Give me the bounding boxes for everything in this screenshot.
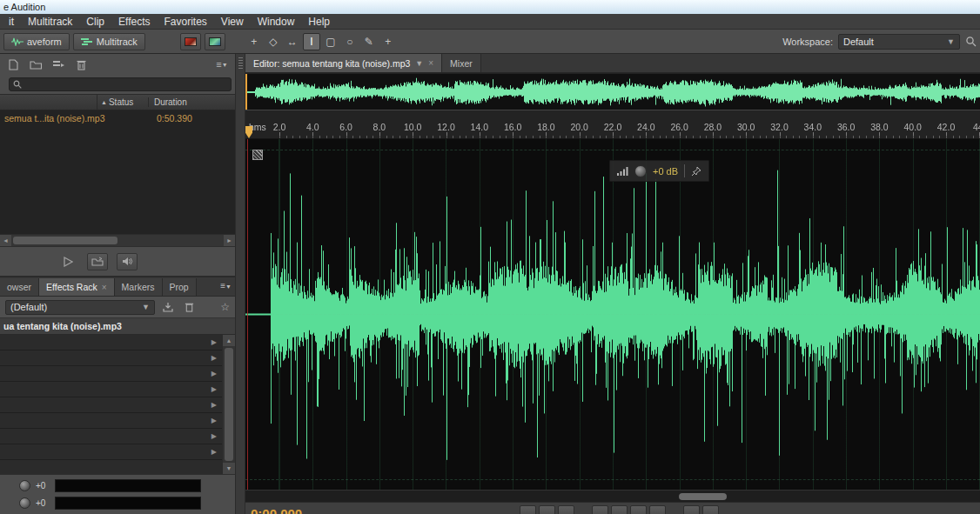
move-tool[interactable]: +	[245, 33, 263, 50]
panel-menu-icon[interactable]: ≡▼	[220, 281, 232, 290]
level-meter[interactable]	[55, 497, 201, 510]
menu-item-favorites[interactable]: Favorites	[157, 14, 213, 30]
time-selection-tool[interactable]: I	[303, 33, 320, 50]
insert-into-multitrack-icon[interactable]	[50, 57, 66, 71]
spectral-pitch-display-button[interactable]	[205, 33, 225, 50]
effect-slot-6[interactable]: ▶	[0, 413, 222, 429]
files-scroll-track[interactable]	[11, 235, 224, 246]
tab-effects-rack[interactable]: Effects Rack×	[39, 278, 115, 296]
menu-item-window[interactable]: Window	[251, 14, 302, 30]
tab-prop[interactable]: Prop	[163, 278, 197, 296]
preview-play-button[interactable]	[57, 253, 78, 270]
effect-slot-1[interactable]: ▶	[0, 335, 222, 350]
menu-item-multitrack[interactable]: Multitrack	[21, 14, 79, 30]
effect-slot-2[interactable]: ▶	[0, 350, 222, 366]
effect-slot-5[interactable]: ▶	[0, 397, 222, 413]
scroll-left-icon[interactable]: ◄	[0, 235, 11, 246]
close-icon[interactable]: ×	[428, 58, 433, 68]
slot-arrow-icon[interactable]: ▶	[211, 448, 217, 456]
skip-to-end-button[interactable]	[649, 505, 666, 514]
menu-item-effects[interactable]: Effects	[111, 14, 157, 30]
volume-hud[interactable]: +0 dB	[609, 160, 709, 182]
tab-owser[interactable]: owser	[0, 278, 39, 296]
favorite-star-icon[interactable]: ☆	[220, 301, 230, 313]
rack-vertical-scrollbar[interactable]: ▲ ▼	[222, 335, 235, 474]
marquee-selection-tool[interactable]: ▢	[322, 33, 339, 50]
status-column-header[interactable]: Status	[109, 97, 149, 107]
slip-tool[interactable]: ↔	[284, 33, 301, 50]
menu-item-clip[interactable]: Clip	[79, 14, 111, 30]
panel-divider[interactable]	[235, 54, 245, 514]
editor-horizontal-scrollbar[interactable]	[245, 490, 980, 502]
timeline-ruler[interactable]: hms 2.04.06.08.010.012.014.016.018.020.0…	[245, 110, 980, 139]
effect-slot-8[interactable]: ▶	[0, 444, 222, 460]
files-search-input[interactable]	[9, 77, 232, 91]
menu-item-help[interactable]: Help	[301, 14, 337, 30]
menu-item-it[interactable]: it	[2, 14, 21, 30]
effect-slot-3[interactable]: ▶	[0, 366, 222, 382]
slot-arrow-icon[interactable]: ▶	[211, 385, 217, 393]
preset-select[interactable]: (Default) ▼	[5, 300, 155, 315]
razor-tool[interactable]: ◇	[265, 33, 282, 50]
tab-markers[interactable]: Markers	[115, 278, 163, 296]
scroll-down-icon[interactable]: ▼	[223, 463, 235, 474]
effect-slot-7[interactable]: ▶	[0, 429, 222, 444]
pause-button[interactable]	[558, 505, 574, 514]
files-scroll-thumb[interactable]	[13, 237, 117, 244]
close-icon[interactable]: ×	[102, 283, 107, 292]
files-horizontal-scrollbar[interactable]: ◄ ►	[0, 234, 235, 246]
slot-arrow-icon[interactable]: ▶	[211, 338, 217, 346]
slot-arrow-icon[interactable]: ▶	[211, 370, 217, 377]
tab-mixer[interactable]: Mixer	[442, 54, 481, 72]
stop-button[interactable]	[520, 505, 536, 514]
panel-menu-icon[interactable]: ≡▼	[214, 57, 230, 71]
level-meter[interactable]	[55, 479, 201, 492]
slot-arrow-icon[interactable]: ▶	[211, 432, 217, 440]
skip-to-start-button[interactable]	[592, 505, 608, 514]
lasso-selection-tool[interactable]: ○	[341, 33, 359, 50]
workspace-select[interactable]: Default ▼	[838, 34, 960, 50]
new-folder-icon[interactable]	[28, 57, 44, 71]
file-row[interactable]: semua t...ita (noise).mp30:50.390	[0, 110, 235, 125]
record-button[interactable]	[683, 505, 700, 514]
menu-item-view[interactable]: View	[214, 14, 251, 30]
scroll-right-icon[interactable]: ►	[224, 235, 235, 246]
play-button[interactable]	[539, 505, 555, 514]
chevron-down-icon[interactable]: ▼	[415, 59, 423, 68]
trash-icon[interactable]	[73, 57, 89, 71]
waveform-overview[interactable]	[245, 73, 980, 110]
rack-scroll-track[interactable]	[223, 346, 235, 463]
waveform-display[interactable]: +0 dB	[245, 139, 980, 490]
spot-healing-brush-tool[interactable]: +	[379, 33, 397, 50]
multitrack-view-button[interactable]: Multitrack	[73, 33, 145, 50]
save-preset-icon[interactable]	[160, 300, 176, 314]
import-file-icon[interactable]	[5, 57, 21, 71]
pin-icon[interactable]	[691, 166, 701, 177]
channel-toggle-icon[interactable]	[252, 150, 263, 160]
slot-arrow-icon[interactable]: ▶	[211, 417, 217, 424]
gain-knob[interactable]	[19, 480, 30, 491]
waveform-view-button[interactable]: aveform	[3, 33, 70, 50]
playhead-line[interactable]	[247, 139, 248, 490]
name-column-header[interactable]	[0, 95, 97, 110]
window-titlebar[interactable]: e Audition	[0, 0, 980, 14]
playhead-handle[interactable]	[245, 126, 252, 138]
spectral-frequency-display-button[interactable]	[180, 33, 201, 50]
workspace-search-icon[interactable]	[965, 36, 977, 47]
overview-playhead[interactable]	[245, 74, 247, 110]
loop-playback-button[interactable]	[702, 505, 719, 514]
duration-column-header[interactable]: Duration	[149, 97, 235, 107]
tab-editor[interactable]: Editor: semua tentang kita (noise).mp3▼×	[245, 54, 442, 72]
slot-arrow-icon[interactable]: ▶	[211, 354, 217, 362]
effect-slot-4[interactable]: ▶	[0, 382, 222, 397]
delete-preset-icon[interactable]	[181, 300, 197, 314]
fast-forward-button[interactable]	[630, 505, 647, 514]
slot-arrow-icon[interactable]: ▶	[211, 401, 217, 409]
rack-scroll-thumb[interactable]	[225, 348, 233, 461]
paintbrush-tool[interactable]: ✎	[360, 33, 378, 50]
gain-knob[interactable]	[19, 497, 30, 509]
volume-knob[interactable]	[634, 165, 647, 177]
scroll-up-icon[interactable]: ▲	[223, 335, 235, 346]
editor-scroll-thumb[interactable]	[679, 493, 727, 500]
loop-preview-button[interactable]	[87, 253, 108, 270]
